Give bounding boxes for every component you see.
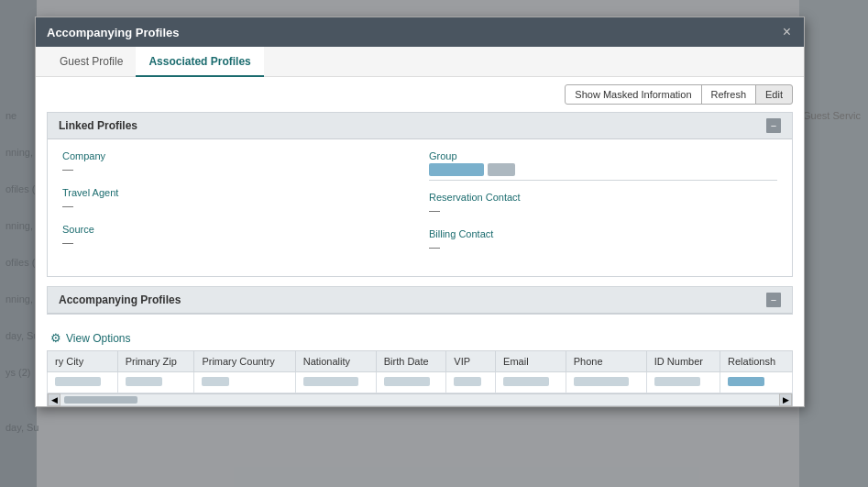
refresh-button[interactable]: Refresh — [701, 84, 757, 105]
view-options-row[interactable]: ⚙ View Options — [36, 324, 804, 350]
linked-profiles-title: Linked Profiles — [59, 119, 137, 132]
group-bar-blue — [429, 163, 484, 176]
table-row[interactable] — [48, 372, 793, 393]
col-email: Email — [496, 351, 566, 372]
reservation-contact-field: Reservation Contact — — [429, 192, 777, 217]
billing-contact-value: — — [429, 241, 777, 254]
source-field: Source — — [62, 224, 411, 249]
scroll-right-arrow[interactable]: ▶ — [779, 393, 792, 406]
col-vip: VIP — [446, 351, 496, 372]
company-value: — — [62, 163, 411, 176]
billing-contact-label: Billing Contact — [429, 228, 777, 239]
accompanying-profiles-section: Accompanying Profiles − — [47, 286, 793, 315]
cell-primary-zip — [117, 372, 194, 393]
col-relationship: Relationsh — [720, 351, 793, 372]
company-label: Company — [62, 150, 411, 161]
linked-profiles-body: Company — Travel Agent — Source — G — [48, 139, 792, 276]
cell-primary-city — [48, 372, 118, 393]
horizontal-scrollbar[interactable]: ◀ ▶ — [47, 393, 793, 406]
group-field: Group — [429, 150, 777, 181]
accompanying-profiles-header: Accompanying Profiles − — [48, 287, 792, 314]
view-options-label: View Options — [66, 332, 130, 345]
tab-guest-profile[interactable]: Guest Profile — [47, 47, 136, 77]
accompanying-profiles-collapse-button[interactable]: − — [766, 293, 781, 307]
group-bar-container — [429, 163, 777, 176]
gear-icon: ⚙ — [50, 331, 61, 345]
edit-button[interactable]: Edit — [755, 84, 793, 105]
col-primary-country: Primary Country — [194, 351, 295, 372]
cell-id-number — [646, 372, 720, 393]
group-label: Group — [429, 150, 777, 161]
col-primary-zip: Primary Zip — [117, 351, 194, 372]
travel-agent-field: Travel Agent — — [62, 187, 411, 213]
scroll-left-arrow[interactable]: ◀ — [48, 393, 60, 406]
table-header: ry City Primary Zip Primary Country Nati… — [48, 351, 793, 372]
linked-profiles-header: Linked Profiles − — [48, 113, 792, 139]
cell-email — [496, 372, 566, 393]
right-column: Group Reservation Contact — Billing Cont… — [429, 150, 777, 265]
col-nationality: Nationality — [295, 351, 376, 372]
reservation-contact-value: — — [429, 205, 777, 217]
left-column: Company — Travel Agent — Source — — [62, 150, 411, 265]
source-label: Source — [62, 224, 411, 235]
cell-vip — [446, 372, 496, 393]
show-masked-button[interactable]: Show Masked Information — [565, 84, 701, 105]
col-phone: Phone — [566, 351, 646, 372]
accompanying-profiles-title: Accompanying Profiles — [59, 293, 181, 306]
table-body — [48, 372, 793, 393]
group-bar-gray — [488, 163, 515, 176]
modal-header: Accompanying Profiles × — [36, 17, 804, 47]
profiles-table: ry City Primary Zip Primary Country Nati… — [47, 350, 793, 393]
group-separator — [429, 180, 777, 181]
table-header-row: ry City Primary Zip Primary Country Nati… — [48, 351, 793, 372]
profiles-table-wrapper: ry City Primary Zip Primary Country Nati… — [47, 350, 793, 393]
cell-relationship — [720, 372, 793, 393]
linked-profiles-grid: Company — Travel Agent — Source — G — [62, 150, 777, 265]
col-id-number: ID Number — [646, 351, 720, 372]
scroll-thumb[interactable] — [64, 396, 137, 404]
cell-phone — [566, 372, 646, 393]
travel-agent-value: — — [62, 200, 411, 213]
company-field: Company — — [62, 150, 411, 176]
reservation-contact-label: Reservation Contact — [429, 192, 777, 203]
linked-profiles-collapse-button[interactable]: − — [766, 118, 781, 133]
travel-agent-label: Travel Agent — [62, 187, 411, 198]
col-birth-date: Birth Date — [376, 351, 446, 372]
linked-profiles-section: Linked Profiles − Company — Travel Agent… — [47, 112, 793, 277]
toolbar: Show Masked Information Refresh Edit — [36, 77, 804, 112]
tabs-bar: Guest Profile Associated Profiles — [36, 47, 804, 77]
billing-contact-field: Billing Contact — — [429, 228, 777, 254]
col-primary-city: ry City — [48, 351, 118, 372]
source-value: — — [62, 237, 411, 249]
cell-birth-date — [376, 372, 446, 393]
modal-dialog: Accompanying Profiles × Guest Profile As… — [35, 17, 805, 407]
cell-nationality — [295, 372, 376, 393]
cell-primary-country — [194, 372, 295, 393]
modal-close-button[interactable]: × — [781, 25, 793, 39]
modal-title: Accompanying Profiles — [47, 26, 179, 39]
tab-associated-profiles[interactable]: Associated Profiles — [136, 47, 263, 77]
scroll-track — [60, 396, 779, 404]
